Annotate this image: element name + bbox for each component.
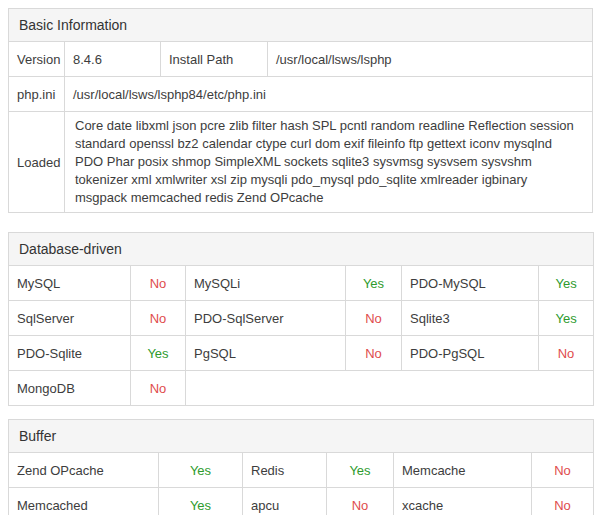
table-row: Zend OPcacheYesRedisYesMemcacheNo <box>9 453 594 488</box>
feature-label: SqlServer <box>9 301 131 336</box>
table-row: PDO-SqliteYesPgSQLNoPDO-PgSQLNo <box>9 336 594 371</box>
feature-label: MongoDB <box>9 371 131 406</box>
feature-label: MySQL <box>9 266 131 301</box>
database-driven-body: MySQLNoMySQLiYesPDO-MySQLYesSqlServerNoP… <box>9 266 594 406</box>
feature-label: Zend OPcache <box>9 453 159 488</box>
table-row: MySQLNoMySQLiYesPDO-MySQLYes <box>9 266 594 301</box>
feature-label: xcache <box>394 488 532 515</box>
buffer-table: Buffer Zend OPcacheYesRedisYesMemcacheNo… <box>8 419 594 515</box>
status-value: Yes <box>539 301 594 336</box>
info-value: /usr/local/lsws/lsphp <box>268 42 593 77</box>
status-value: No <box>346 301 402 336</box>
section-header-row: Basic Information <box>9 9 593 42</box>
section-database-driven: Database-driven MySQLNoMySQLiYesPDO-MySQ… <box>8 232 593 406</box>
status-value: No <box>539 336 594 371</box>
section-title-database-driven: Database-driven <box>9 233 594 266</box>
info-value: /usr/local/lsws/lsphp84/etc/php.ini <box>65 77 593 112</box>
status-value: No <box>327 488 394 515</box>
feature-label: Version <box>9 42 65 77</box>
basic-information-table: Basic Information Version8.4.6Install Pa… <box>8 8 593 213</box>
section-buffer: Buffer Zend OPcacheYesRedisYesMemcacheNo… <box>8 419 593 515</box>
table-row: SqlServerNoPDO-SqlServerNoSqlite3Yes <box>9 301 594 336</box>
status-value: Yes <box>159 453 243 488</box>
feature-label: php.ini <box>9 77 65 112</box>
section-title-buffer: Buffer <box>9 420 594 453</box>
feature-label: Sqlite3 <box>402 301 539 336</box>
feature-label: apcu <box>243 488 327 515</box>
section-basic-information: Basic Information Version8.4.6Install Pa… <box>8 8 593 213</box>
feature-label: PDO-MySQL <box>402 266 539 301</box>
info-value: 8.4.6 <box>65 42 161 77</box>
status-value: No <box>131 266 186 301</box>
status-value: No <box>532 453 594 488</box>
section-title-basic-information: Basic Information <box>9 9 593 42</box>
table-row: LoadedCore date libxml json pcre zlib fi… <box>9 112 593 213</box>
table-row: Version8.4.6Install Path/usr/local/lsws/… <box>9 42 593 77</box>
feature-label: PDO-PgSQL <box>402 336 539 371</box>
php-info-page: Basic Information Version8.4.6Install Pa… <box>0 0 601 515</box>
feature-label: Memcache <box>394 453 532 488</box>
status-value: Yes <box>346 266 402 301</box>
status-value: No <box>346 336 402 371</box>
status-value: No <box>131 301 186 336</box>
table-row: MongoDBNo <box>9 371 594 406</box>
status-value: Yes <box>327 453 394 488</box>
feature-label: PDO-Sqlite <box>9 336 131 371</box>
info-value: Core date libxml json pcre zlib filter h… <box>65 112 593 213</box>
feature-label: PgSQL <box>186 336 346 371</box>
buffer-body: Zend OPcacheYesRedisYesMemcacheNoMemcach… <box>9 453 594 515</box>
database-driven-table: Database-driven MySQLNoMySQLiYesPDO-MySQ… <box>8 232 594 406</box>
feature-label: Install Path <box>161 42 268 77</box>
basic-information-body: Version8.4.6Install Path/usr/local/lsws/… <box>9 42 593 213</box>
feature-label: PDO-SqlServer <box>186 301 346 336</box>
status-value: Yes <box>159 488 243 515</box>
section-header-row: Buffer <box>9 420 594 453</box>
table-row: php.ini/usr/local/lsws/lsphp84/etc/php.i… <box>9 77 593 112</box>
section-header-row: Database-driven <box>9 233 594 266</box>
feature-label: Memcached <box>9 488 159 515</box>
table-row: MemcachedYesapcuNoxcacheNo <box>9 488 594 515</box>
status-value: Yes <box>131 336 186 371</box>
feature-label: Redis <box>243 453 327 488</box>
status-value: No <box>532 488 594 515</box>
feature-label: MySQLi <box>186 266 346 301</box>
feature-label: Loaded <box>9 112 65 213</box>
info-value <box>186 371 594 406</box>
status-value: No <box>131 371 186 406</box>
status-value: Yes <box>539 266 594 301</box>
